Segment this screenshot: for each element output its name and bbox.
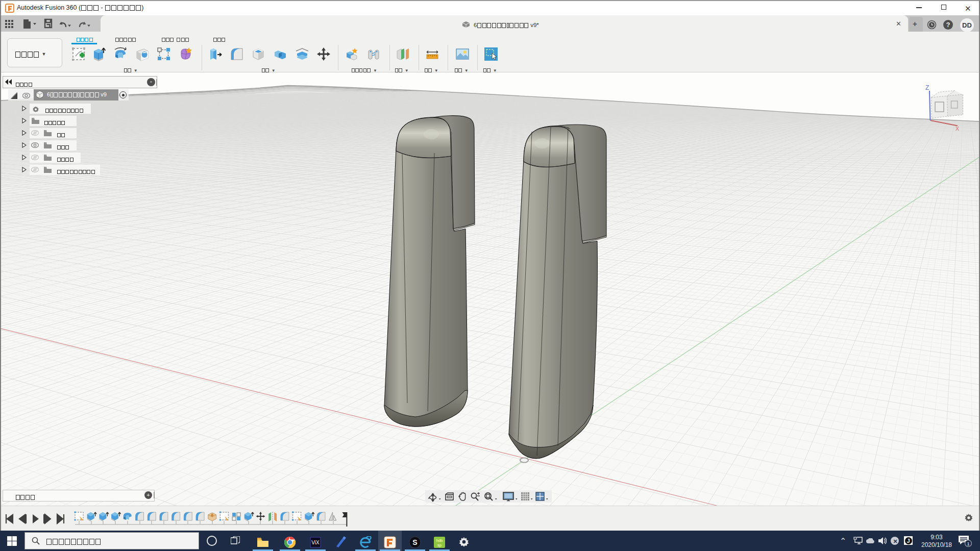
svg-text:sp: sp <box>437 543 442 547</box>
svg-text:hdb: hdb <box>436 538 443 543</box>
svg-text:S: S <box>412 538 417 546</box>
svg-text:ViX: ViX <box>311 540 320 545</box>
svg-text:X: X <box>955 126 959 132</box>
svg-text:1: 1 <box>967 541 969 546</box>
svg-text:Z: Z <box>925 84 929 91</box>
